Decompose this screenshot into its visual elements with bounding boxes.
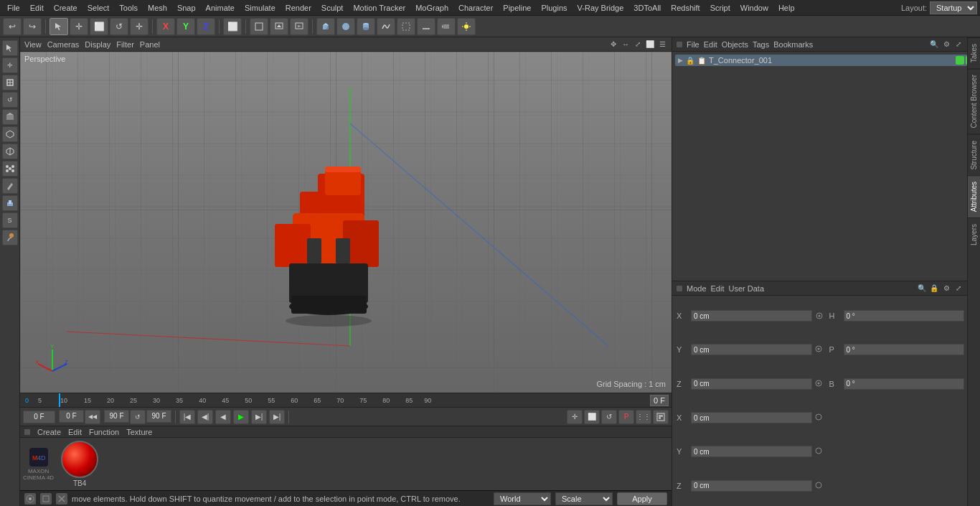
pb-mode-btn[interactable] (653, 410, 669, 424)
sidebar-knife-btn[interactable] (2, 178, 18, 194)
object-mode-button[interactable]: ⬜ (223, 18, 242, 35)
apply-button[interactable]: Apply (617, 492, 667, 505)
status-icon-close[interactable] (56, 493, 67, 505)
menu-file[interactable]: File (3, 2, 24, 14)
playback-skip-start-btn[interactable]: |◀ (179, 410, 195, 424)
material-edit-menu[interactable]: Edit (68, 428, 82, 436)
attr-z-input[interactable] (691, 378, 812, 390)
menu-tools[interactable]: Tools (115, 2, 142, 14)
light-button[interactable] (457, 18, 476, 35)
axis-y-button[interactable]: Y (176, 18, 195, 35)
sidebar-object-btn[interactable] (2, 109, 18, 125)
objects-file-menu[interactable]: File (687, 40, 699, 49)
objects-settings-icon[interactable]: ⚙ (941, 39, 951, 50)
playback-start-input[interactable] (23, 411, 55, 423)
menu-create[interactable]: Create (50, 2, 82, 14)
spline-button[interactable] (377, 18, 395, 35)
menu-character[interactable]: Character (454, 2, 497, 14)
menu-mograph[interactable]: MoGraph (411, 2, 453, 14)
pb-move-btn[interactable]: ✛ (567, 410, 583, 424)
menu-window[interactable]: Window (736, 2, 773, 14)
attr-z-animate-btn[interactable] (815, 380, 824, 388)
attr-expand-icon[interactable]: ⤢ (953, 284, 963, 294)
viewport-icon-1[interactable]: ✥ (608, 39, 618, 50)
viewport-icon-3[interactable]: ⤢ (633, 39, 643, 50)
scale-select[interactable]: Scale (555, 492, 613, 505)
playback-back-btn[interactable]: ◀ (215, 410, 231, 424)
tab-content-browser[interactable]: Content Browser (968, 68, 980, 133)
ffd-button[interactable] (397, 18, 415, 35)
objects-tags-menu[interactable]: Tags (753, 40, 769, 49)
viewport-panel-menu[interactable]: Panel (140, 40, 160, 49)
tab-takes[interactable]: Takes (968, 37, 980, 68)
sphere-button[interactable] (336, 18, 355, 35)
viewport-icon-4[interactable]: ⬜ (645, 39, 655, 50)
viewport-canvas[interactable]: Perspective Y X Z Grid Spacing : 1 cm (20, 52, 672, 393)
attr-x-animate-btn[interactable] (815, 311, 824, 320)
timeline[interactable]: 0 5 10 15 20 25 30 35 40 45 50 55 60 65 … (20, 393, 672, 407)
render-button[interactable] (290, 18, 308, 35)
menu-simulate[interactable]: Simulate (240, 2, 280, 14)
menu-snap[interactable]: Snap (173, 2, 200, 14)
axis-x-button[interactable]: X (156, 18, 175, 35)
attr-sz-input[interactable] (691, 480, 812, 492)
menu-select[interactable]: Select (83, 2, 114, 14)
render-view-button[interactable] (270, 18, 288, 35)
viewport-icon-2[interactable]: ↔ (621, 39, 631, 50)
playback-prev-btn[interactable]: ◀| (197, 410, 213, 424)
attr-userdata-menu[interactable]: User Data (729, 284, 765, 293)
attr-sy-input[interactable] (691, 446, 812, 457)
attr-y-input[interactable] (691, 344, 812, 355)
attr-sx-input[interactable] (691, 412, 812, 423)
sidebar-polygon-btn[interactable] (2, 126, 18, 142)
playback-loop-btn[interactable]: ↺ (130, 410, 146, 424)
playback-skip-end-btn[interactable]: ▶| (269, 410, 285, 424)
camera-button[interactable] (437, 18, 456, 35)
render-region-button[interactable] (250, 18, 268, 35)
sidebar-subdivide-btn[interactable]: S (2, 212, 18, 228)
viewport-cameras-menu[interactable]: Cameras (47, 40, 80, 49)
tab-attributes[interactable]: Attributes (968, 175, 980, 217)
material-create-menu[interactable]: Create (37, 428, 61, 436)
viewport-filter-menu[interactable]: Filter (116, 40, 133, 49)
playback-play-btn[interactable]: ▶ (233, 410, 249, 424)
attr-p-input[interactable] (844, 344, 965, 355)
world-select[interactable]: World (494, 492, 551, 505)
pb-rotate-btn[interactable]: ↺ (601, 410, 617, 424)
cylinder-button[interactable] (357, 18, 375, 35)
menu-pipeline[interactable]: Pipeline (499, 2, 535, 14)
material-thumbnail[interactable] (61, 441, 98, 478)
playback-end-input2[interactable] (146, 410, 171, 423)
attr-sy-animate-btn[interactable] (815, 447, 824, 456)
sidebar-rotate-btn[interactable]: ↺ (2, 92, 18, 108)
menu-animate[interactable]: Animate (202, 2, 239, 14)
sidebar-extrude-btn[interactable] (2, 195, 18, 211)
sidebar-select-btn[interactable] (2, 40, 18, 56)
floor-button[interactable] (417, 18, 435, 35)
sidebar-move-btn[interactable]: ✛ (2, 57, 18, 73)
objects-objects-menu[interactable]: Objects (722, 40, 748, 49)
attr-x-input[interactable] (691, 310, 812, 322)
viewport-icon-5[interactable]: ☰ (657, 39, 667, 50)
attr-h-input[interactable] (844, 310, 965, 322)
menu-plugins[interactable]: Plugins (537, 2, 571, 14)
menu-script[interactable]: Script (706, 2, 735, 14)
attr-mode-menu[interactable]: Mode (687, 284, 707, 293)
menu-render[interactable]: Render (281, 2, 316, 14)
tab-structure[interactable]: Structure (968, 134, 980, 176)
playback-end-input1[interactable] (104, 410, 129, 423)
attr-settings-icon[interactable]: ⚙ (941, 284, 951, 294)
material-function-menu[interactable]: Function (89, 428, 119, 436)
attr-sz-animate-btn[interactable] (815, 482, 824, 490)
attr-b-input[interactable] (844, 378, 965, 390)
objects-expand-icon[interactable]: ⤢ (953, 39, 963, 50)
sidebar-point-btn[interactable] (2, 161, 18, 177)
pb-grid-btn[interactable]: ⋮⋮ (636, 410, 651, 424)
viewport-display-menu[interactable]: Display (85, 40, 110, 49)
attr-sx-animate-btn[interactable] (815, 413, 824, 422)
menu-3dtoall[interactable]: 3DToAll (629, 2, 665, 14)
attr-lock-icon[interactable]: 🔒 (929, 284, 939, 294)
menu-sculpt[interactable]: Sculpt (317, 2, 348, 14)
undo-button[interactable]: ↩ (3, 18, 22, 35)
sidebar-edge-btn[interactable] (2, 144, 18, 159)
